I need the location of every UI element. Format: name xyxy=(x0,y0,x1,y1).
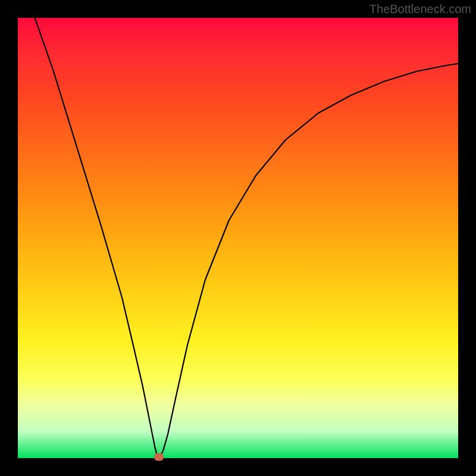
bottleneck-curve-line xyxy=(33,12,476,457)
plot-area xyxy=(18,18,458,458)
chart-container: TheBottleneck.com xyxy=(0,0,476,476)
curve-svg xyxy=(18,18,458,458)
minimum-marker xyxy=(154,453,164,461)
watermark-text: TheBottleneck.com xyxy=(369,2,471,16)
